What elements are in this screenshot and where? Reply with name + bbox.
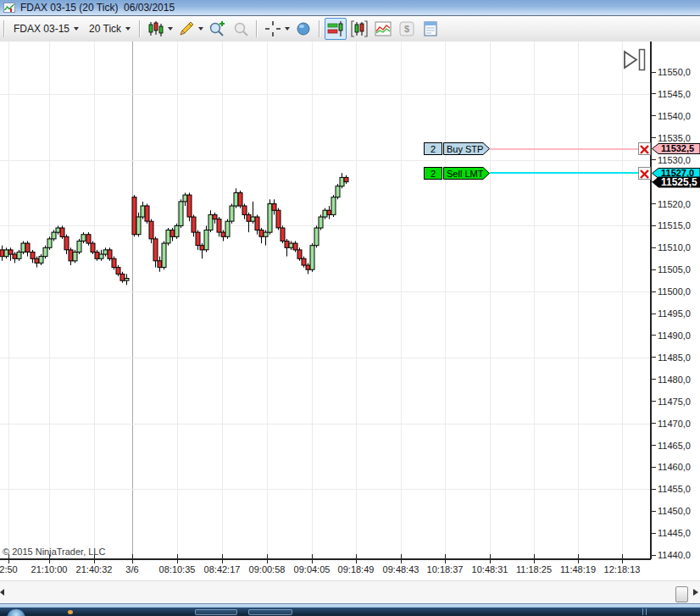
price-axis-label: 11465,0 — [658, 441, 691, 451]
zoom-out-button[interactable] — [230, 18, 252, 40]
price-tick — [652, 335, 656, 336]
time-axis-label: 21:40:32 — [76, 564, 113, 574]
horizontal-scrollbar[interactable] — [0, 580, 700, 604]
taskbar-button[interactable] — [195, 609, 237, 615]
price-tick — [652, 159, 656, 160]
window-titlebar[interactable]: FDAX 03-15 (20 Tick) 06/03/2015 — [0, 0, 700, 16]
close-icon — [639, 144, 650, 155]
toolbar-separator — [256, 20, 258, 37]
close-icon — [639, 169, 650, 180]
price-tick — [652, 445, 656, 446]
time-tick — [622, 559, 623, 563]
mini-chart-button[interactable] — [372, 18, 394, 40]
time-axis-label: 10:48:31 — [472, 564, 508, 574]
price-axis-label: 11480,0 — [658, 375, 691, 385]
magnifier-globe-icon — [295, 20, 312, 37]
price-tick — [652, 225, 656, 226]
time-axis-label: 09:48:43 — [383, 564, 419, 574]
svg-text:$: $ — [404, 24, 409, 34]
time-axis-label: 11:48:19 — [560, 564, 596, 574]
price-axis-label: 11550,0 — [658, 67, 691, 77]
price-axis-label: 11535,0 — [658, 133, 691, 143]
chevron-down-icon — [74, 27, 79, 31]
price-axis-label: 11510,0 — [658, 242, 691, 253]
chart-trader-button[interactable] — [325, 18, 347, 40]
price-tick — [652, 269, 656, 270]
cancel-sell-order-button[interactable] — [638, 167, 651, 180]
chart-window-icon — [3, 3, 15, 13]
chart-toolbar: FDAX 03-15 20 Tick — [0, 16, 700, 42]
time-tick — [578, 559, 579, 563]
price-axis-label: 11505,0 — [658, 264, 691, 275]
chart-plot-area[interactable]: 2 Buy STP 2 Sell LMT — [0, 42, 651, 559]
data-box-button[interactable] — [292, 18, 314, 40]
price-tick — [652, 203, 656, 204]
cancel-buy-order-button[interactable] — [638, 142, 651, 155]
buy-stop-order-line[interactable] — [490, 148, 638, 150]
price-axis-label: 11490,0 — [658, 330, 691, 341]
price-axis-label: 11460,0 — [658, 462, 691, 472]
price-tick — [652, 489, 656, 490]
time-axis-label: 12:18:13 — [604, 564, 641, 574]
time-axis-label: 09:00:58 — [249, 564, 286, 574]
price-tick — [652, 401, 656, 402]
go-to-latest-marker[interactable] — [622, 47, 647, 73]
toolbar-grip — [3, 20, 5, 37]
price-axis-label: 11530,0 — [658, 155, 691, 165]
buy-stop-order-label[interactable]: 2 Buy STP — [424, 142, 492, 155]
scrollbar-thumb[interactable] — [675, 586, 688, 602]
price-axis-label: 11445,0 — [658, 528, 691, 538]
drawing-tools-button[interactable] — [175, 18, 197, 40]
zoom-in-button[interactable] — [206, 18, 228, 40]
time-axis-label: 21:10:00 — [31, 564, 68, 574]
sell-limit-order-label[interactable]: 2 Sell LMT — [424, 167, 492, 180]
price-axis-label: 11500,0 — [658, 286, 691, 297]
chevron-down-icon[interactable] — [168, 27, 173, 31]
time-axis-label: 09:18:49 — [338, 564, 375, 574]
time-tick — [356, 559, 357, 563]
properties-button[interactable] — [419, 18, 442, 40]
toolbar-separator — [319, 20, 320, 37]
time-axis-label: 3/6 — [125, 564, 138, 574]
interval-selector[interactable]: 20 Tick — [84, 19, 136, 39]
taskbar-app-icon[interactable] — [68, 610, 73, 614]
price-axis-label: 11540,0 — [658, 111, 691, 121]
crosshair-icon — [264, 20, 281, 37]
chart-trader-icon — [327, 20, 344, 37]
time-tick — [94, 559, 95, 563]
price-tick — [652, 247, 656, 248]
sell-order-qty: 2 — [431, 168, 436, 178]
price-axis[interactable]: 11550,011545,011540,011535,011530,011525… — [651, 42, 700, 559]
price-axis-label: 11515,0 — [658, 220, 691, 230]
chevron-down-icon[interactable] — [285, 27, 290, 31]
chart-style-button[interactable] — [145, 18, 167, 40]
scroll-right-arrow-icon[interactable] — [693, 589, 698, 596]
buy-order-qty: 2 — [431, 144, 436, 154]
price-tick — [652, 115, 656, 116]
price-tick — [652, 314, 656, 314]
time-tick — [8, 559, 9, 563]
sell-limit-order-line[interactable] — [490, 172, 638, 174]
cost-button-disabled[interactable]: $ — [396, 18, 418, 40]
svg-text:11525,5: 11525,5 — [661, 176, 697, 188]
buy-order-price-tag[interactable]: 11532,5 — [652, 143, 700, 154]
time-axis-line — [0, 559, 651, 560]
time-axis[interactable]: 2:5021:10:0021:40:323/608:10:3508:42:170… — [0, 559, 700, 580]
time-axis-label: 10:18:37 — [427, 564, 464, 574]
crosshair-button[interactable] — [262, 18, 284, 40]
pencil-icon — [178, 20, 195, 37]
time-tick — [312, 559, 313, 563]
taskbar-button[interactable] — [248, 609, 292, 615]
chevron-down-icon[interactable] — [198, 27, 203, 31]
instrument-selector[interactable]: FDAX 03-15 — [8, 19, 84, 39]
start-button[interactable] — [7, 609, 25, 616]
time-tick — [534, 559, 535, 563]
price-axis-label: 11475,0 — [658, 397, 691, 407]
scroll-left-arrow-icon[interactable] — [0, 589, 4, 596]
time-tick — [267, 559, 268, 563]
order-entry-button[interactable] — [348, 18, 370, 40]
price-tick — [652, 467, 656, 468]
price-tick — [652, 511, 656, 512]
interval-label: 20 Tick — [89, 23, 121, 35]
windows-taskbar — [0, 608, 700, 616]
